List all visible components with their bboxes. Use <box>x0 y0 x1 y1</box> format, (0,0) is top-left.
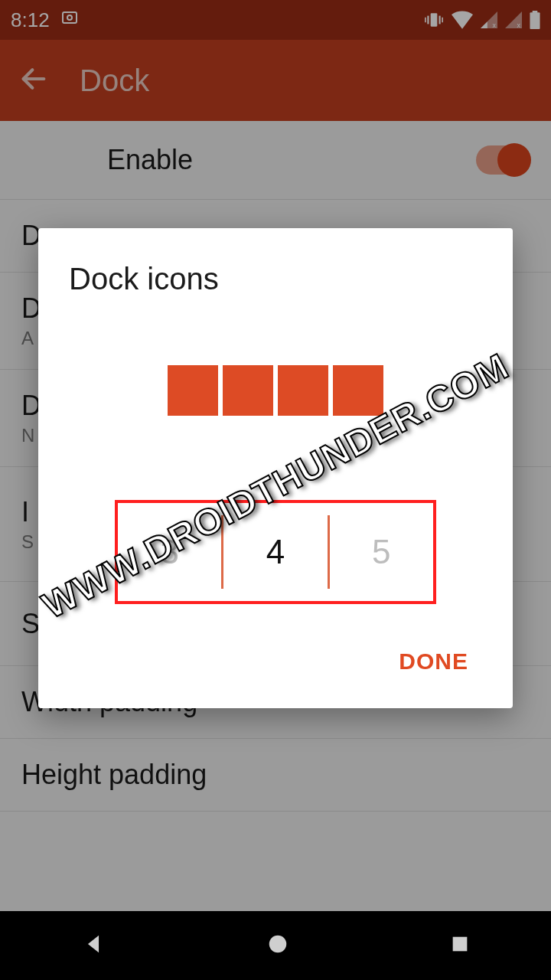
svg-rect-13 <box>453 937 468 952</box>
picker-option-4[interactable]: 4 <box>223 503 327 601</box>
dock-preview <box>69 365 482 416</box>
navigation-bar <box>0 911 551 980</box>
done-button[interactable]: DONE <box>385 641 482 682</box>
dialog-title: Dock icons <box>69 262 482 296</box>
picker-option-5[interactable]: 5 <box>330 503 433 601</box>
preview-square <box>168 365 218 416</box>
nav-recent-icon[interactable] <box>449 933 471 958</box>
preview-square <box>278 365 328 416</box>
svg-point-12 <box>269 936 287 953</box>
nav-home-icon[interactable] <box>266 933 289 959</box>
nav-back-icon[interactable] <box>80 931 106 960</box>
dock-icons-dialog: Dock icons 3 4 5 DONE <box>38 228 513 708</box>
number-picker[interactable]: 3 4 5 <box>115 500 436 604</box>
preview-square <box>333 365 383 416</box>
picker-option-3[interactable]: 3 <box>118 503 221 601</box>
preview-square <box>223 365 273 416</box>
